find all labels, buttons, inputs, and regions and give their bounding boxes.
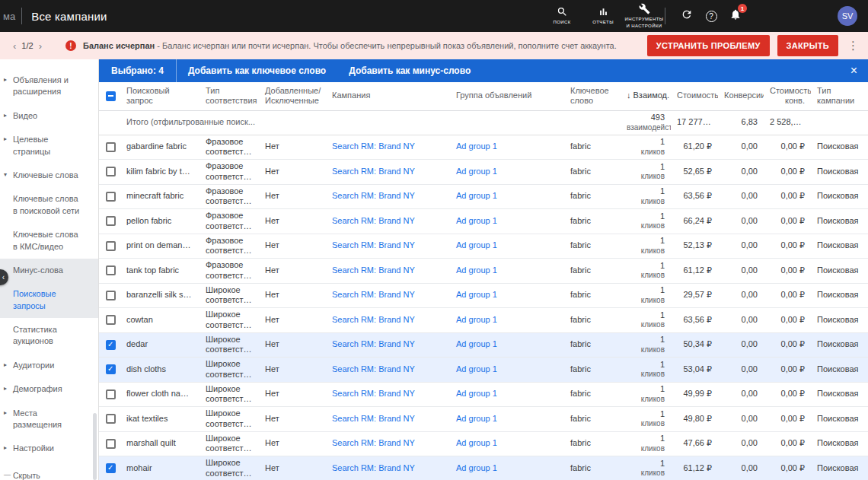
row-checkbox[interactable] <box>106 142 116 152</box>
row-checkbox[interactable] <box>106 340 116 350</box>
table-row[interactable]: kilim fabric by the yardФразовое соответ… <box>99 160 868 185</box>
totals-cost: 17 277,30 ₽ <box>671 110 718 135</box>
col-cost[interactable]: Стоимость <box>671 82 718 110</box>
chevron-left-icon[interactable]: ‹ <box>8 40 21 52</box>
row-checkbox[interactable] <box>106 463 116 473</box>
search-button[interactable]: ПОИСК <box>541 5 582 27</box>
table-row[interactable]: pellon fabricФразовое соответствиеНетSea… <box>99 209 868 234</box>
col-match-type[interactable]: Тип соответствия <box>199 82 259 110</box>
campaign-link[interactable]: Search RM: Brand NY <box>332 265 415 275</box>
row-checkbox[interactable] <box>106 439 116 449</box>
ad-group-link[interactable]: Ad group 1 <box>456 339 497 348</box>
ad-group-link[interactable]: Ad group 1 <box>456 463 497 472</box>
row-checkbox[interactable] <box>106 389 116 399</box>
col-interactions[interactable]: ↓Взаимод. <box>621 82 671 110</box>
table-row[interactable]: minecraft fabricФразовое соответствиеНет… <box>99 184 868 209</box>
table-row[interactable]: dish clothsШирокое соответствиеНетSearch… <box>99 358 868 383</box>
fix-problem-button[interactable]: УСТРАНИТЬ ПРОБЛЕМУ <box>647 35 770 56</box>
sidebar-item-9[interactable]: ▸Аудитории <box>0 354 98 377</box>
col-campaign[interactable]: Кампания <box>326 82 450 110</box>
table-row[interactable]: mohairШирокое соответствиеНетSearch RM: … <box>99 456 868 480</box>
ad-group-link[interactable]: Ad group 1 <box>456 167 497 176</box>
add-as-keyword-button[interactable]: Добавить как ключевое слово <box>177 65 337 76</box>
tools-settings-button[interactable]: ИНСТРУМЕНТЫ И НАСТРОЙКИ <box>624 2 665 30</box>
sidebar-scrollbar[interactable] <box>93 413 97 480</box>
campaign-link[interactable]: Search RM: Brand NY <box>332 364 415 374</box>
table-row[interactable]: flower cloth napkinsШирокое соответствие… <box>99 382 868 407</box>
col-keyword[interactable]: Ключевое слово <box>564 82 621 110</box>
ad-group-link[interactable]: Ad group 1 <box>456 141 497 151</box>
ad-group-link[interactable]: Ad group 1 <box>456 191 497 200</box>
col-conversions[interactable]: Конверсии <box>718 82 764 110</box>
ad-group-link[interactable]: Ad group 1 <box>456 364 497 374</box>
sidebar-item-13[interactable]: —Скрыть <box>0 464 98 480</box>
ad-group-link[interactable]: Ad group 1 <box>456 265 497 275</box>
campaign-link[interactable]: Search RM: Brand NY <box>332 315 415 324</box>
ad-group-link[interactable]: Ad group 1 <box>456 438 497 447</box>
sidebar-item-8[interactable]: Статистика аукционов <box>0 318 98 354</box>
col-campaign-type[interactable]: Тип кампании <box>811 82 868 110</box>
sidebar-item-7[interactable]: Поисковые запросы <box>0 282 98 318</box>
ad-group-link[interactable]: Ad group 1 <box>456 414 497 423</box>
col-ad-group[interactable]: Группа объявлений <box>450 82 564 110</box>
refresh-button[interactable] <box>675 0 699 32</box>
reports-button[interactable]: ОТЧЕТЫ <box>582 5 624 27</box>
close-alert-button[interactable]: ЗАКРЫТЬ <box>777 35 838 56</box>
sidebar-item-2[interactable]: ▸Целевые страницы <box>0 128 98 164</box>
campaign-link[interactable]: Search RM: Brand NY <box>332 141 415 151</box>
select-all-checkbox[interactable] <box>106 91 116 101</box>
sidebar-item-12[interactable]: ▸Настройки <box>0 437 98 460</box>
add-as-negative-keyword-button[interactable]: Добавить как минус-слово <box>337 65 482 76</box>
ad-group-link[interactable]: Ad group 1 <box>456 290 497 299</box>
table-row[interactable]: baranzelli silk surplusШирокое соответст… <box>99 283 868 308</box>
campaign-link[interactable]: Search RM: Brand NY <box>332 339 415 348</box>
sidebar-item-10[interactable]: ▸Демография <box>0 377 98 401</box>
row-checkbox[interactable] <box>106 315 116 325</box>
campaign-link[interactable]: Search RM: Brand NY <box>332 216 415 225</box>
kebab-menu-icon[interactable]: ⋮ <box>846 39 860 52</box>
table-row[interactable]: cowtanШирокое соответствиеНетSearch RM: … <box>99 308 868 333</box>
sidebar-item-3[interactable]: ▾Ключевые слова <box>0 164 98 187</box>
help-button[interactable]: ? <box>699 0 723 32</box>
ad-group-link[interactable]: Ad group 1 <box>456 389 497 398</box>
sidebar-item-0[interactable]: ▸Объявления и расширения <box>0 68 98 104</box>
row-checkbox[interactable] <box>106 167 116 176</box>
ad-group-link[interactable]: Ad group 1 <box>456 216 497 225</box>
cost: 49,80 ₽ <box>671 407 718 432</box>
campaign-link[interactable]: Search RM: Brand NY <box>332 290 415 299</box>
campaign-link[interactable]: Search RM: Brand NY <box>332 191 415 200</box>
col-cost-per-conversion[interactable]: Стоимость/ конв. <box>764 82 811 110</box>
sidebar-item-6[interactable]: Минус-слова <box>0 259 98 282</box>
ad-group-link[interactable]: Ad group 1 <box>456 240 497 250</box>
close-selection-icon[interactable]: × <box>840 65 868 77</box>
campaign-link[interactable]: Search RM: Brand NY <box>332 463 415 472</box>
chevron-right-icon[interactable]: › <box>34 40 47 52</box>
sidebar-item-11[interactable]: ▸Места размещения <box>0 402 98 437</box>
campaign-link[interactable]: Search RM: Brand NY <box>332 389 415 398</box>
notifications-button[interactable]: 1 <box>723 0 748 32</box>
table-row[interactable]: marshall quiltШирокое соответствиеНетSea… <box>99 431 868 456</box>
table-row[interactable]: gabardine fabricФразовое соответствиеНет… <box>99 135 868 160</box>
campaign-link[interactable]: Search RM: Brand NY <box>332 414 415 423</box>
table-row[interactable]: dedarШирокое соответствиеНетSearch RM: B… <box>99 332 868 358</box>
sidebar-item-1[interactable]: ▸Видео <box>0 104 98 128</box>
table-row[interactable]: ikat textilesШирокое соответствиеНетSear… <box>99 407 868 432</box>
row-checkbox[interactable] <box>106 265 116 275</box>
table-row[interactable]: tank top fabricФразовое соответствиеНетS… <box>99 259 868 284</box>
ad-group-link[interactable]: Ad group 1 <box>456 315 497 324</box>
row-checkbox[interactable] <box>106 216 116 226</box>
sidebar-item-5[interactable]: Ключевые слова в КМС/видео <box>0 223 98 259</box>
row-checkbox[interactable] <box>106 192 116 202</box>
campaign-link[interactable]: Search RM: Brand NY <box>332 438 415 447</box>
campaign-link[interactable]: Search RM: Brand NY <box>332 167 415 176</box>
row-checkbox[interactable] <box>106 241 116 251</box>
table-row[interactable]: print on demand fabricФразовое соответст… <box>99 234 868 259</box>
col-added-excluded[interactable]: Добавленные/ Исключенные <box>259 82 326 110</box>
row-checkbox[interactable] <box>106 364 116 374</box>
avatar[interactable]: SV <box>838 6 857 26</box>
col-search-query[interactable]: Поисковый запрос <box>120 82 199 110</box>
row-checkbox[interactable] <box>106 414 116 424</box>
row-checkbox[interactable] <box>106 291 116 300</box>
sidebar-item-4[interactable]: Ключевые слова в поисковой сети <box>0 187 98 223</box>
campaign-link[interactable]: Search RM: Brand NY <box>332 240 415 250</box>
